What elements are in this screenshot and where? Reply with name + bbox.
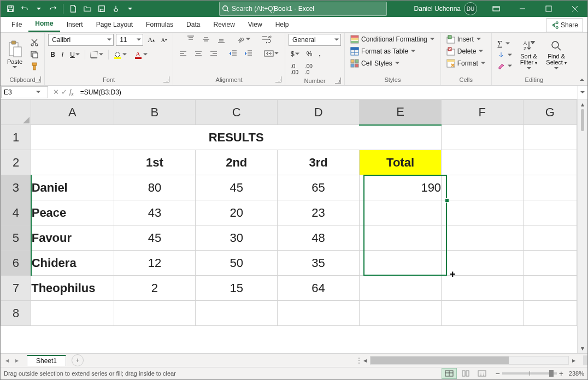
touch-mode-icon[interactable] [109,2,122,15]
cell-F1[interactable] [442,125,523,150]
decrease-font-button[interactable]: A▾ [159,36,169,44]
row-header-1[interactable]: 1 [1,125,31,150]
cell-B2[interactable]: 1st [114,150,196,175]
redo-icon[interactable] [46,2,60,15]
cell-B6[interactable]: 12 [114,251,196,276]
zoom-in-button[interactable]: + [559,369,563,378]
undo-icon[interactable] [18,2,31,15]
cell-title[interactable]: RESULTS [31,125,442,150]
font-color-button[interactable]: A [132,49,150,60]
cell-F7[interactable] [442,276,523,301]
save-icon[interactable] [4,2,17,15]
cell-D3[interactable]: 65 [278,175,360,200]
cell-C6[interactable]: 50 [196,251,278,276]
percent-format-button[interactable]: % [304,49,315,59]
sort-filter-button[interactable]: AZ Sort &Filter ▾ [517,38,541,71]
cell-C4[interactable]: 20 [196,200,278,225]
cell-C2[interactable]: 2nd [196,150,278,175]
normal-view-button[interactable] [442,368,457,379]
row-header-3[interactable]: 3 [1,175,31,200]
name-box-input[interactable] [2,88,36,96]
minimize-button[interactable] [510,1,535,17]
tab-review[interactable]: Review [207,17,241,32]
cell-F2[interactable] [442,150,523,175]
fill-button[interactable] [495,50,515,60]
cell-D7[interactable]: 64 [278,276,360,301]
tab-help[interactable]: Help [269,17,296,32]
row-header-4[interactable]: 4 [1,200,31,225]
font-launcher[interactable] [163,76,169,82]
cell-A6[interactable]: Chidera [31,251,114,276]
tab-formulas[interactable]: Formulas [139,17,180,32]
undo-dropdown[interactable] [32,2,45,15]
tab-view[interactable]: View [242,17,269,32]
cell-A7[interactable]: Theophilus [31,276,114,301]
column-header-D[interactable]: D [278,100,360,125]
cell-F5[interactable] [442,225,523,251]
row-header-2[interactable]: 2 [1,150,31,175]
hscroll-left[interactable]: ◂ [360,357,370,364]
cell-G1[interactable] [523,125,577,150]
paste-button[interactable]: Paste [4,39,26,70]
cancel-formula-button[interactable]: ✕ [53,88,59,96]
cut-button[interactable] [28,37,41,48]
horizontal-split-handle[interactable] [583,355,587,365]
cell-E7[interactable] [360,276,442,301]
clear-button[interactable] [495,61,515,71]
tab-file[interactable]: File [5,17,28,32]
vertical-scrollbar[interactable]: ▴ ▾ [577,99,587,353]
format-painter-button[interactable] [28,61,41,72]
open-file-icon[interactable] [81,2,94,15]
close-button[interactable] [562,1,587,17]
zoom-level[interactable]: 238% [569,370,584,377]
align-middle-button[interactable] [199,34,213,45]
maximize-button[interactable] [536,1,561,17]
zoom-slider[interactable] [502,372,557,375]
column-header-E[interactable]: E [360,100,442,125]
italic-button[interactable]: I [60,50,66,60]
underline-button[interactable]: U [68,50,83,60]
copy-button[interactable] [28,49,41,60]
tab-data[interactable]: Data [180,17,207,32]
conditional-formatting-button[interactable]: Conditional Formatting [348,34,437,45]
cell-G5[interactable] [523,225,577,251]
increase-font-button[interactable]: A▴ [145,35,157,45]
cell-C3[interactable]: 45 [196,175,278,200]
row-header-8[interactable]: 8 [1,301,31,326]
tab-scroll-left[interactable]: ◂ [3,357,11,364]
scroll-thumb[interactable] [581,109,584,131]
name-box[interactable] [1,86,48,98]
column-header-C[interactable]: C [196,100,278,125]
zoom-out-button[interactable]: − [495,369,499,378]
cell-E4[interactable] [360,200,442,225]
select-all-corner[interactable] [1,100,31,125]
bold-button[interactable]: B [48,50,57,60]
new-sheet-button[interactable]: + [72,354,84,366]
cell-B7[interactable]: 2 [114,276,196,301]
page-layout-view-button[interactable] [458,368,473,379]
scroll-down-button[interactable]: ▾ [578,343,587,353]
number-launcher[interactable] [335,78,341,84]
enter-formula-button[interactable]: ✓ [61,88,67,96]
formula-input[interactable] [78,88,577,96]
row-header-5[interactable]: 5 [1,225,31,251]
wrap-text-button[interactable]: ab [260,34,274,45]
increase-indent-button[interactable] [242,48,255,59]
column-header-B[interactable]: B [114,100,196,125]
cell-F6[interactable] [442,251,523,276]
format-as-table-button[interactable]: Format as Table [348,46,418,57]
insert-cells-button[interactable]: Insert [444,34,484,45]
cell-E3[interactable]: 190 [360,175,442,200]
comma-format-button[interactable]: , [316,49,322,59]
merge-center-button[interactable] [262,48,281,59]
font-name-combo[interactable]: Calibri [48,34,114,46]
column-header-A[interactable]: A [31,100,114,125]
cell-C5[interactable]: 30 [196,225,278,251]
find-select-button[interactable]: Find &Select ▾ [543,38,570,71]
cell-D5[interactable]: 48 [278,225,360,251]
borders-button[interactable] [87,49,106,60]
column-header-G[interactable]: G [523,100,577,125]
scroll-up-button[interactable]: ▴ [578,99,587,109]
cell-D6[interactable]: 35 [278,251,360,276]
cell-D4[interactable]: 23 [278,200,360,225]
